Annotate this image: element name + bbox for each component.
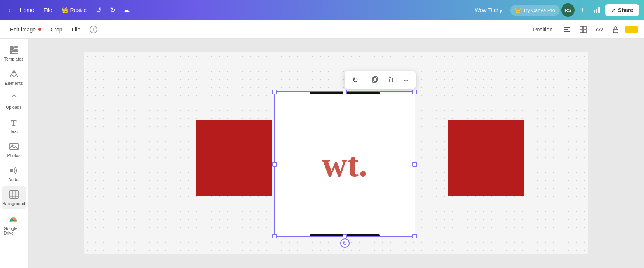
- lock-icon-button[interactable]: [609, 23, 622, 36]
- link-icon-button[interactable]: [593, 23, 606, 36]
- svg-rect-5: [564, 31, 570, 32]
- try-canva-pro-button[interactable]: 👑 Try Canva Pro: [510, 5, 560, 16]
- lock-icon: [612, 26, 620, 33]
- handle-top-middle[interactable]: [343, 90, 347, 94]
- float-delete-button[interactable]: [384, 73, 397, 87]
- file-label: File: [43, 7, 52, 13]
- home-label: Home: [20, 7, 34, 13]
- svg-rect-11: [10, 46, 14, 50]
- elements-icon: [9, 69, 19, 79]
- selected-image-frame[interactable]: wt. ↻: [274, 91, 415, 237]
- photos-icon: [9, 141, 19, 151]
- sidebar-item-templates[interactable]: Templates: [2, 42, 26, 64]
- analytics-button[interactable]: [590, 3, 603, 17]
- grid-icon: [579, 26, 587, 33]
- svg-rect-12: [14, 46, 18, 48]
- float-copy-button[interactable]: [368, 73, 381, 87]
- sidebar-item-google-drive[interactable]: Google Drive: [2, 211, 26, 238]
- link-icon: [596, 26, 603, 33]
- svg-rect-29: [388, 78, 393, 82]
- file-button[interactable]: File: [40, 5, 56, 16]
- document-title: Wow Techy: [475, 7, 502, 13]
- sidebar: Templates Elements Uploads T Text: [0, 39, 28, 268]
- share-label: Share: [618, 7, 633, 13]
- text-icon: T: [9, 117, 19, 127]
- crop-button[interactable]: Crop: [47, 24, 66, 35]
- red-square-left[interactable]: [196, 120, 272, 196]
- sidebar-item-text[interactable]: T Text: [2, 114, 26, 137]
- rotate-handle-bottom[interactable]: ↻: [340, 238, 350, 248]
- notification-dot: [38, 28, 41, 31]
- svg-rect-1: [596, 9, 597, 13]
- svg-rect-22: [10, 190, 18, 199]
- info-button[interactable]: i: [86, 23, 101, 36]
- svg-text:T: T: [11, 118, 17, 127]
- templates-icon: [9, 45, 19, 55]
- float-more-button[interactable]: ···: [399, 73, 412, 87]
- grid-icon-button[interactable]: [576, 23, 590, 36]
- float-divider-1: [365, 76, 365, 84]
- crown-icon: 👑: [62, 7, 68, 13]
- resize-label: Resize: [70, 7, 87, 13]
- svg-rect-2: [598, 7, 600, 13]
- share-button[interactable]: ↗ Share: [605, 4, 639, 16]
- sidebar-text-label: Text: [10, 129, 17, 134]
- undo-button[interactable]: ↺: [92, 3, 105, 17]
- svg-rect-15: [12, 50, 18, 52]
- canvas[interactable]: wt. ↻ ↻: [84, 52, 588, 254]
- image-toolbar: Edit image Crop Flip i Position: [0, 20, 644, 39]
- main-layout: Templates Elements Uploads T Text: [0, 39, 644, 268]
- sidebar-photos-label: Photos: [7, 153, 20, 158]
- share-icon: ↗: [611, 7, 616, 13]
- sidebar-background-label: Background: [2, 201, 25, 206]
- handle-bottom-middle[interactable]: [343, 234, 347, 238]
- sidebar-elements-label: Elements: [5, 81, 23, 85]
- back-button[interactable]: ‹: [5, 5, 14, 16]
- flip-button[interactable]: Flip: [68, 24, 85, 35]
- svg-rect-8: [580, 30, 583, 33]
- avatar-initials: RS: [564, 7, 571, 13]
- svg-rect-4: [564, 29, 568, 30]
- resize-button[interactable]: 👑 Resize: [58, 5, 91, 16]
- svg-rect-28: [374, 77, 377, 81]
- sidebar-uploads-label: Uploads: [6, 105, 21, 110]
- svg-rect-6: [580, 26, 583, 29]
- align-icon: [563, 26, 571, 33]
- toolbar-right-section: Position: [528, 23, 638, 36]
- handle-middle-left[interactable]: [272, 162, 277, 167]
- google-drive-icon: [9, 214, 19, 224]
- flip-label: Flip: [72, 26, 81, 33]
- handle-middle-right[interactable]: [412, 162, 417, 167]
- float-rotate-button[interactable]: ↻: [348, 73, 362, 87]
- sidebar-item-photos[interactable]: Photos: [2, 138, 26, 161]
- svg-rect-20: [10, 143, 18, 150]
- canvas-area[interactable]: wt. ↻ ↻: [28, 39, 644, 268]
- edit-image-label: Edit image: [10, 26, 36, 33]
- float-rotate-icon: ↻: [352, 76, 358, 84]
- sidebar-item-background[interactable]: Background: [2, 186, 26, 209]
- sidebar-google-drive-label: Google Drive: [4, 226, 24, 235]
- float-more-icon: ···: [403, 76, 409, 85]
- color-swatch[interactable]: [625, 26, 638, 33]
- svg-rect-27: [372, 78, 376, 82]
- svg-rect-7: [583, 26, 586, 29]
- align-icon-button[interactable]: [560, 23, 573, 36]
- redo-button[interactable]: ↻: [106, 3, 119, 17]
- edit-image-button[interactable]: Edit image: [6, 24, 45, 35]
- add-button[interactable]: +: [576, 4, 589, 16]
- handle-top-right[interactable]: [412, 90, 417, 94]
- try-canva-pro-label: Try Canva Pro: [523, 7, 555, 13]
- cloud-save-button[interactable]: ☁: [120, 3, 133, 17]
- info-icon: i: [90, 26, 97, 33]
- sidebar-item-audio[interactable]: Audio: [2, 162, 26, 185]
- sidebar-item-elements[interactable]: Elements: [2, 66, 26, 89]
- position-button[interactable]: Position: [528, 24, 557, 35]
- handle-bottom-right[interactable]: [412, 234, 417, 238]
- red-square-right[interactable]: [448, 120, 524, 196]
- handle-bottom-left[interactable]: [272, 234, 277, 238]
- position-label: Position: [533, 26, 552, 33]
- handle-top-left[interactable]: [272, 90, 277, 94]
- sidebar-item-uploads[interactable]: Uploads: [2, 90, 26, 113]
- home-button[interactable]: Home: [16, 5, 38, 16]
- avatar[interactable]: RS: [561, 3, 575, 17]
